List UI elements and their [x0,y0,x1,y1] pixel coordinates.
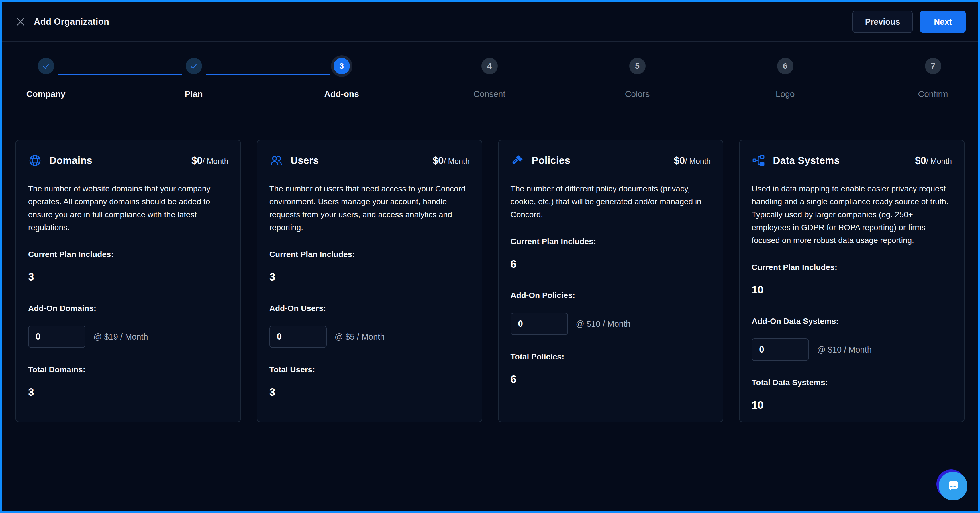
card-policies: Policies $0 / Month The number of differ… [498,140,724,422]
step-circle: 3 [334,58,350,74]
total-value: 10 [752,399,952,411]
card-title: Data Systems [773,155,840,166]
addon-data-systems-input[interactable] [752,338,809,361]
card-description: The number of different policy documents… [511,182,711,221]
current-plan-value: 6 [511,258,711,270]
total-value: 3 [28,386,228,398]
step-circle: 4 [481,58,498,74]
addon-rate: @ $5 / Month [335,332,385,342]
total-label: Total Users: [269,365,470,374]
step-consent[interactable]: 4 Consent [444,58,535,99]
current-plan-label: Current Plan Includes: [752,263,952,272]
chat-launcher-button[interactable] [937,470,968,501]
total-label: Total Policies: [511,352,711,362]
step-label: Consent [473,89,506,99]
step-circle: 5 [629,58,646,74]
step-label: Add-ons [324,89,359,99]
total-label: Total Domains: [28,365,228,374]
card-price: $0 / Month [674,155,711,166]
current-plan-label: Current Plan Includes: [511,237,711,246]
step-label: Confirm [918,89,948,99]
addon-rate: @ $19 / Month [94,332,148,342]
total-label: Total Data Systems: [752,378,952,387]
total-value: 6 [511,373,711,386]
addon-policies-input[interactable] [511,313,568,335]
addon-label: Add-On Users: [269,304,470,313]
step-label: Colors [625,89,650,99]
previous-button[interactable]: Previous [853,11,913,33]
step-label: Logo [776,89,795,99]
addon-rate: @ $10 / Month [576,319,631,329]
addon-label: Add-On Domains: [28,304,228,313]
header-bar: Add Organization Previous Next [2,2,978,42]
current-plan-label: Current Plan Includes: [269,250,470,259]
close-icon [16,17,25,27]
card-price: $0 / Month [915,155,952,166]
step-plan[interactable]: Plan [148,58,240,99]
addon-cards: Domains $0 / Month The number of website… [2,140,978,422]
card-title: Domains [49,155,92,166]
card-description: The number of users that need access to … [269,182,470,234]
step-logo[interactable]: 6 Logo [739,58,831,99]
card-description: Used in data mapping to enable easier pr… [752,182,952,247]
current-plan-value: 3 [269,271,470,283]
card-title: Policies [532,155,571,166]
card-domains: Domains $0 / Month The number of website… [16,140,241,422]
step-circle [186,58,202,74]
check-icon [190,62,198,70]
step-add-ons[interactable]: 3 Add-ons [296,58,387,99]
card-price: $0 / Month [433,155,470,166]
check-icon [42,62,50,70]
card-users: Users $0 / Month The number of users tha… [257,140,482,422]
page-title: Add Organization [34,17,109,27]
step-colors[interactable]: 5 Colors [592,58,683,99]
step-confirm[interactable]: 7 Confirm [887,58,979,99]
step-label: Plan [185,89,203,99]
current-plan-label: Current Plan Includes: [28,250,228,259]
users-icon [269,154,283,167]
card-price: $0 / Month [191,155,228,166]
addon-rate: @ $10 / Month [817,345,872,355]
wizard-stepper: Company Plan 3 Add-ons 4 Consent 5 Color… [2,42,978,114]
data-systems-icon [752,154,765,167]
total-value: 3 [269,386,470,398]
globe-icon [28,154,42,167]
addon-domains-input[interactable] [28,325,85,348]
card-data-systems: Data Systems $0 / Month Used in data map… [739,140,964,422]
chat-bubble-icon [939,472,967,500]
current-plan-value: 3 [28,271,228,283]
addon-label: Add-On Data Systems: [752,317,952,326]
step-company[interactable]: Company [0,58,92,99]
step-label: Company [26,89,65,99]
card-description: The number of website domains that your … [28,182,228,234]
next-button[interactable]: Next [920,11,966,33]
addon-users-input[interactable] [269,325,327,348]
current-plan-value: 10 [752,284,952,296]
addon-label: Add-On Policies: [511,291,711,300]
step-circle: 7 [925,58,941,74]
gavel-icon [511,154,524,167]
step-circle: 6 [777,58,794,74]
step-circle [38,58,54,74]
card-title: Users [291,155,319,166]
close-button[interactable] [14,16,27,28]
